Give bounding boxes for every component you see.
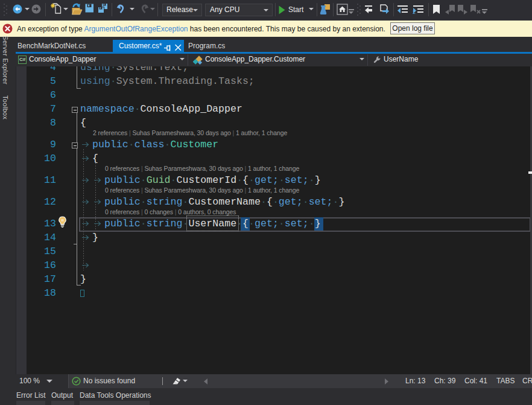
- svg-text:2: 2: [413, 9, 416, 14]
